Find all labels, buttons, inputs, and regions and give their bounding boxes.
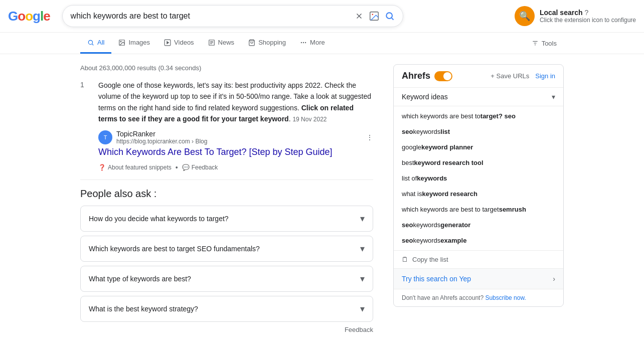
shopping-icon	[248, 39, 255, 46]
keyword-item-7[interactable]: which keywords are best to target semrus…	[394, 202, 563, 217]
source-name: TopicRanker	[116, 130, 362, 138]
extension-info: Local search ? Click the extension icon …	[540, 9, 636, 24]
ahrefs-brand: Ahrefs	[402, 71, 452, 81]
tab-images[interactable]: Images	[111, 33, 157, 54]
svg-point-6	[88, 40, 92, 44]
header: Google 🔍 Local search ?	[0, 0, 644, 33]
divider	[80, 180, 373, 180]
paa-item-4: What is the best keyword strategy? ▾	[80, 296, 373, 322]
keyword-item-6[interactable]: what is keyword research	[394, 186, 563, 202]
featured-result: 1 Google one of those keywords, let's sa…	[80, 80, 373, 171]
chevron-down-icon-4: ▾	[360, 303, 365, 314]
yep-arrow-icon: ›	[553, 275, 555, 283]
all-icon	[87, 39, 94, 46]
paa-item-3: What type of keywords are best? ▾	[80, 266, 373, 292]
keyword-list: which keywords are best to target? seo s…	[394, 106, 563, 250]
help-circle-icon: ❓	[98, 164, 106, 171]
svg-point-19	[305, 42, 306, 43]
google-logo[interactable]: Google	[8, 9, 50, 24]
paa-question-4[interactable]: What is the best keyword strategy? ▾	[81, 296, 373, 321]
tab-videos[interactable]: Videos	[157, 33, 201, 54]
feedback-icon: 💬	[182, 164, 190, 171]
ahrefs-header: Ahrefs + Save URLs Sign in	[394, 65, 563, 88]
news-icon	[208, 39, 215, 46]
paa-item-1: How do you decide what keywords to targe…	[80, 206, 373, 232]
source-more-icon[interactable]: ⋮	[366, 133, 373, 141]
svg-point-9	[121, 41, 122, 42]
clear-button[interactable]	[355, 12, 364, 21]
image-search-button[interactable]	[369, 11, 380, 22]
source-url: https://blog.topicranker.com › Blog	[116, 138, 362, 145]
tab-all[interactable]: All	[80, 33, 111, 54]
search-icons	[355, 11, 395, 22]
keyword-item-8[interactable]: seo keywords generator	[394, 217, 563, 233]
svg-point-4	[386, 13, 392, 19]
result-link[interactable]: Which Keywords Are Best To Target? [Step…	[98, 147, 373, 157]
tab-news[interactable]: News	[201, 33, 242, 54]
keyword-item-2[interactable]: seo keywords list	[394, 124, 563, 139]
more-icon	[300, 39, 307, 46]
images-icon	[118, 39, 125, 46]
extension-help-icon: ?	[585, 9, 589, 17]
source-favicon: T	[98, 130, 112, 144]
save-urls-button[interactable]: + Save URLs	[491, 72, 529, 80]
copy-list-button[interactable]: 🗒 Copy the list	[394, 250, 563, 268]
tools-button[interactable]: Tools	[525, 34, 564, 53]
snippet-footer: ❓ About featured snippets • 💬 Feedback	[98, 163, 373, 171]
source-row: T TopicRanker https://blog.topicranker.c…	[98, 130, 373, 145]
svg-line-7	[92, 44, 94, 45]
tab-more[interactable]: More	[293, 33, 332, 54]
keyword-item-9[interactable]: seo keywords example	[394, 233, 563, 248]
keyword-ideas-row[interactable]: Keyword ideas ▾	[394, 88, 563, 106]
snippet-text: Google one of those keywords, let's say …	[98, 80, 373, 125]
keyword-item-5[interactable]: list of keywords	[394, 170, 563, 186]
svg-marker-11	[167, 41, 169, 44]
extension-icon: 🔍	[515, 6, 535, 26]
keyword-item-3[interactable]: google keyword planner	[394, 139, 563, 155]
about-snippets-button[interactable]: ❓ About featured snippets	[98, 164, 172, 171]
chevron-down-icon-1: ▾	[360, 213, 365, 224]
subscribe-link[interactable]: Subscribe now.	[485, 294, 526, 301]
svg-point-17	[301, 42, 302, 43]
tab-shopping[interactable]: Shopping	[241, 33, 293, 54]
search-bar	[62, 5, 403, 27]
bottom-feedback-button[interactable]: Feedback	[80, 326, 373, 333]
result-body: Google one of those keywords, let's say …	[98, 80, 373, 171]
videos-icon	[164, 39, 171, 46]
keyword-item-1[interactable]: which keywords are best to target? seo	[394, 108, 563, 124]
keyword-item-4[interactable]: best keyword research tool	[394, 155, 563, 170]
main-content: About 263,000,000 results (0.34 seconds)…	[0, 54, 644, 343]
subscribe-row: Don't have an Ahrefs account? Subscribe …	[394, 289, 563, 306]
extension-section: 🔍 Local search ? Click the extension ico…	[515, 6, 636, 26]
dot-separator: •	[176, 163, 178, 171]
paa-title: People also ask :	[80, 188, 373, 200]
svg-line-5	[391, 18, 393, 20]
tools-icon	[532, 40, 539, 47]
search-button[interactable]	[385, 11, 395, 21]
paa-question-2[interactable]: Which keywords are best to target SEO fu…	[81, 236, 373, 261]
extension-subtitle: Click the extension icon to configure	[540, 17, 636, 24]
toggle-dot	[443, 72, 451, 80]
paa-question-1[interactable]: How do you decide what keywords to targe…	[81, 206, 373, 231]
snippet-date: 19 Nov 2022	[292, 116, 327, 123]
search-input[interactable]	[71, 12, 350, 21]
sign-in-button[interactable]: Sign in	[535, 72, 555, 80]
results-column: About 263,000,000 results (0.34 seconds)…	[80, 64, 373, 333]
ahrefs-actions: + Save URLs Sign in	[491, 72, 555, 80]
ahrefs-toggle[interactable]	[434, 71, 452, 81]
feedback-button[interactable]: 💬 Feedback	[182, 164, 218, 171]
extension-title: Local search ?	[540, 9, 636, 17]
chevron-down-icon-2: ▾	[360, 243, 365, 254]
source-info: TopicRanker https://blog.topicranker.com…	[116, 130, 362, 145]
nav-tabs: All Images Videos News Shopping More Too…	[0, 33, 644, 54]
copy-icon: 🗒	[402, 256, 408, 263]
keyword-ideas-chevron: ▾	[552, 93, 555, 101]
paa-question-3[interactable]: What type of keywords are best? ▾	[81, 266, 373, 291]
ahrefs-card: Ahrefs + Save URLs Sign in Keyword ideas…	[393, 64, 564, 307]
result-number: 1	[80, 80, 90, 171]
sidebar-column: Ahrefs + Save URLs Sign in Keyword ideas…	[393, 64, 564, 333]
results-count: About 263,000,000 results (0.34 seconds)	[80, 64, 373, 72]
paa-section: People also ask : How do you decide what…	[80, 188, 373, 333]
search-bar-wrapper	[62, 5, 403, 27]
yep-search-button[interactable]: Try this search on Yep ›	[394, 268, 563, 289]
